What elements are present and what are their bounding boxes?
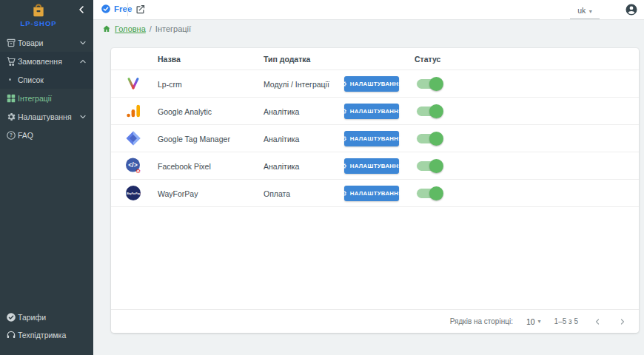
sidebar-item-label: Техпідтримка (18, 331, 66, 339)
status-toggle[interactable] (417, 134, 442, 143)
pagination-range: 1–5 з 5 (554, 317, 578, 325)
integration-name: Google Analytic (158, 107, 212, 116)
chevron-up-icon (78, 57, 87, 66)
integration-type: Аналітика (264, 162, 299, 171)
sidebar-item-support[interactable]: Техпідтримка (0, 325, 93, 344)
integrations-table-card: Назва Тип додатка Статус (111, 48, 639, 333)
gear-icon: ⚙ (341, 135, 347, 143)
grid-icon (5, 92, 16, 104)
status-toggle[interactable] (417, 106, 442, 116)
previous-page-icon[interactable] (591, 316, 603, 328)
gear-icon: ⚙ (341, 108, 347, 115)
settings-button-label: НАЛАШТУВАННЯ (350, 81, 403, 87)
sidebar-item-orders[interactable]: Замовлення (0, 52, 93, 70)
toggle-knob (429, 104, 443, 118)
settings-button[interactable]: ⚙ НАЛАШТУВАННЯ (344, 186, 399, 201)
rows-per-page-select[interactable]: 10 ▾ (526, 317, 541, 326)
plan-label: Free (114, 4, 132, 13)
app-window: LP-SHOP Товари Замовлення (0, 0, 644, 355)
sidebar-item-label: Список (18, 75, 44, 84)
integration-name: Google Tag Manager (158, 135, 230, 143)
column-header-name: Назва (158, 55, 181, 64)
sidebar-item-tariffs[interactable]: Тарифи (0, 308, 93, 326)
chevron-down-icon: ▾ (589, 8, 592, 15)
bullet-dot-icon (9, 78, 11, 81)
sidebar-item-settings[interactable]: Налаштування (0, 107, 93, 126)
gear-icon (5, 111, 16, 122)
sidebar: LP-SHOP Товари Замовлення (0, 0, 93, 355)
sidebar-item-label: Замовлення (18, 57, 62, 66)
settings-button[interactable]: ⚙ НАЛАШТУВАННЯ (344, 158, 399, 174)
status-toggle[interactable] (417, 79, 442, 89)
chevron-down-icon (78, 38, 87, 47)
settings-button-label: НАЛАШТУВАННЯ (350, 163, 403, 169)
main-content: Головна / Інтеграції Назва Тип додатка С… (93, 20, 644, 355)
sidebar-item-products[interactable]: Товари (0, 33, 93, 52)
sidebar-item-label: Товари (18, 38, 43, 47)
breadcrumb-separator: / (150, 24, 152, 33)
toggle-knob (429, 132, 443, 146)
table-row: Google Tag Manager Аналітика ⚙ НАЛАШТУВА… (111, 125, 639, 152)
sidebar-item-integrations[interactable]: Інтеграції (0, 89, 93, 107)
rows-per-page-value: 10 (526, 317, 535, 326)
cart-icon (5, 55, 16, 67)
sidebar-collapse-icon[interactable] (76, 4, 87, 16)
lp-crm-logo (124, 75, 142, 92)
toggle-knob (429, 77, 443, 91)
sidebar-item-label: FAQ (18, 131, 33, 140)
svg-text:?: ? (10, 132, 13, 138)
facebook-pixel-logo: </> ⚙ (124, 157, 142, 175)
divider (127, 3, 128, 16)
integration-type: Модулі / Інтеграції (264, 80, 329, 89)
wayforpay-logo: WayForPay (124, 184, 142, 202)
status-toggle[interactable] (417, 161, 442, 171)
verified-check-icon (101, 4, 111, 14)
next-page-icon[interactable] (617, 316, 628, 328)
integration-name: Facebook Pixel (158, 162, 211, 171)
table-row: </> ⚙ Facebook Pixel Аналітика ⚙ НАЛАШТУ… (111, 152, 639, 180)
svg-text:WayForPay: WayForPay (127, 192, 140, 195)
avatar[interactable] (625, 3, 638, 16)
gear-icon: ⚙ (341, 190, 347, 197)
chevron-down-icon (78, 112, 87, 121)
settings-button[interactable]: ⚙ НАЛАШТУВАННЯ (344, 131, 399, 146)
table-pagination: Рядків на сторінці: 10 ▾ 1–5 з 5 (111, 309, 639, 333)
rows-per-page-label: Рядків на сторінці: (450, 317, 513, 325)
sidebar-item-faq[interactable]: ? FAQ (0, 126, 93, 144)
home-icon[interactable] (102, 24, 111, 33)
settings-button-label: НАЛАШТУВАННЯ (350, 190, 403, 197)
table-row: WayForPay WayForPay Оплата ⚙ НАЛАШТУВАНН… (111, 180, 639, 207)
google-tag-manager-logo (124, 129, 142, 147)
integration-type: Аналітика (264, 107, 299, 116)
logo-text: LP-SHOP (0, 19, 77, 27)
svg-text:⚙: ⚙ (135, 168, 141, 175)
sidebar-item-orders-list[interactable]: Список (0, 70, 93, 89)
table-row: Google Analytic Аналітика ⚙ НАЛАШТУВАННЯ (111, 98, 639, 125)
open-in-new-icon[interactable] (135, 4, 147, 16)
settings-button[interactable]: ⚙ НАЛАШТУВАННЯ (344, 104, 399, 119)
chevron-down-icon: ▾ (538, 318, 541, 325)
gear-icon: ⚙ (341, 163, 347, 170)
shop-bag-icon (31, 3, 46, 18)
column-header-status: Статус (415, 55, 440, 64)
help-icon: ? (5, 129, 16, 141)
topbar: Free uk ▾ (93, 0, 644, 20)
toggle-knob (429, 186, 443, 200)
toggle-knob (429, 159, 443, 173)
language-select[interactable]: uk ▾ (570, 3, 600, 19)
gear-icon: ⚙ (341, 81, 347, 88)
settings-button[interactable]: ⚙ НАЛАШТУВАННЯ (344, 76, 399, 92)
logo: LP-SHOP (0, 0, 93, 33)
sidebar-item-label: Інтеграції (18, 94, 52, 103)
headset-icon (5, 329, 16, 340)
sidebar-item-label: Тарифи (18, 313, 46, 322)
settings-button-label: НАЛАШТУВАННЯ (350, 135, 403, 142)
box-icon (5, 37, 16, 48)
breadcrumb: Головна / Інтеграції (102, 24, 191, 33)
check-badge-icon (5, 311, 16, 322)
breadcrumb-current: Інтеграції (155, 24, 191, 33)
breadcrumb-home-link[interactable]: Головна (115, 24, 146, 33)
sidebar-item-label: Налаштування (18, 112, 72, 121)
status-toggle[interactable] (417, 189, 442, 198)
table-row: Lp-crm Модулі / Інтеграції ⚙ НАЛАШТУВАНН… (111, 70, 639, 98)
